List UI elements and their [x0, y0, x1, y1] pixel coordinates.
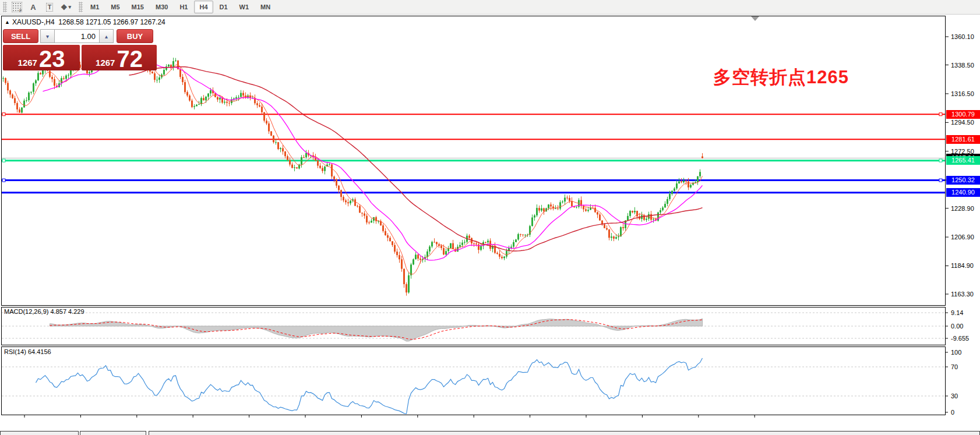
- macd-axis-label: 9.14: [951, 309, 963, 317]
- panel-separator[interactable]: [1, 345, 946, 347]
- macd-indicator-title: MACD(12,26,9) 4.857 4.229: [4, 308, 84, 315]
- rsi-indicator-title: RSI(14) 64.4156: [4, 348, 51, 355]
- collapse-arrow-icon[interactable]: ▲: [5, 19, 10, 25]
- volume-increase-button[interactable]: ▴: [100, 29, 114, 43]
- quote-header: ▲XAUUSD-,H4 1268.58 1271.05 1266.97 1267…: [5, 18, 165, 26]
- scroll-position-marker[interactable]: [751, 16, 759, 21]
- spin-down-icon: ▾: [46, 33, 49, 40]
- sell-button[interactable]: SELL: [3, 29, 38, 43]
- buy-price-base: 1267: [96, 58, 115, 68]
- panel-separator[interactable]: [1, 305, 946, 307]
- price-tick-label: 1338.50: [951, 61, 974, 69]
- price-tick-label: 1163.30: [951, 290, 974, 298]
- price-tick-label: 1184.90: [951, 261, 974, 270]
- rsi-axis-label: 100: [951, 348, 961, 356]
- volume-decrease-button[interactable]: ▾: [40, 29, 54, 43]
- price-level-tag[interactable]: 1250.32: [946, 176, 980, 185]
- price-tick-label: 1360.10: [951, 33, 974, 41]
- symbol-label: XAUUSD-,H4: [12, 18, 55, 26]
- price-tick-label: 1228.90: [951, 204, 974, 213]
- annotation-text: 多空转折点1265: [713, 65, 849, 90]
- buy-price-box[interactable]: 1267 72: [82, 45, 157, 70]
- sell-price-pips: 23: [39, 48, 65, 70]
- price-level-tag[interactable]: 1265.41: [946, 156, 980, 165]
- ohlc-values: 1268.58 1271.05 1266.97 1267.24: [58, 18, 165, 26]
- price-level-tag[interactable]: 1240.90: [946, 188, 980, 197]
- rsi-axis-label: 70: [951, 363, 958, 371]
- buy-button[interactable]: BUY: [117, 29, 153, 43]
- price-tick-label: 1316.50: [951, 90, 974, 98]
- macd-axis-label: 0.00: [951, 322, 963, 330]
- terminal-screen: F A T ❖ ▾ M1M5M15M30H1H4D1W1MN ▲XAUUSD-,…: [0, 0, 980, 435]
- price-level-tag[interactable]: 1300.79: [946, 110, 980, 119]
- macd-axis-label: -9.655: [951, 334, 969, 342]
- rsi-axis-label: 0: [951, 408, 954, 416]
- spin-up-icon: ▴: [105, 33, 108, 40]
- price-tick-label: 1294.50: [951, 118, 974, 126]
- sell-price-box[interactable]: 1267 23: [3, 45, 80, 70]
- buy-price-pips: 72: [117, 48, 143, 70]
- price-tick-label: 1206.90: [951, 233, 974, 241]
- price-level-tag[interactable]: 1281.61: [946, 135, 980, 144]
- volume-input[interactable]: [54, 29, 100, 43]
- trade-panel: SELL ▾ ▴ BUY 1267 23 1267 72: [3, 29, 157, 70]
- rsi-axis-label: 30: [951, 392, 958, 400]
- sell-price-base: 1267: [18, 58, 37, 68]
